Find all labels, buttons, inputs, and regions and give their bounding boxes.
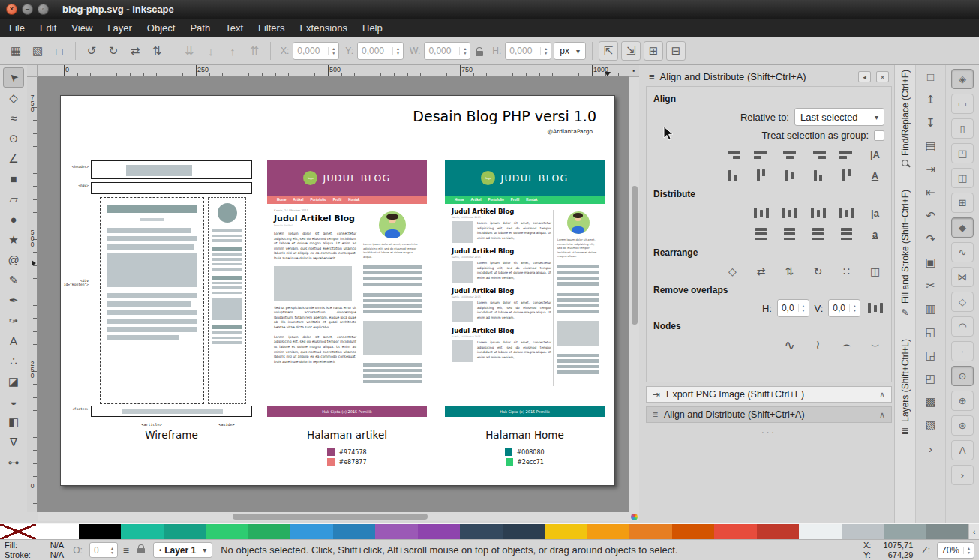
close-panel-button[interactable] [876,71,889,82]
distribute-vertical-gaps-button[interactable] [837,226,856,241]
relative-to-dropdown[interactable]: Last selected [794,108,884,126]
align-right-to-anchor-left-button[interactable] [723,147,742,162]
collapse-chevron-icon[interactable] [879,390,885,400]
menu-view-item[interactable]: View [64,19,100,37]
wireframe-article-box[interactable] [100,197,204,404]
unclump-button[interactable]: ◫ [866,264,884,279]
collapse-chevron-icon[interactable] [879,410,885,420]
gradient-tool[interactable]: ◧ [3,412,24,432]
pumpkin-swatch[interactable] [672,524,715,539]
flip-horizontal-button[interactable]: ⇄ [125,41,145,61]
undo-button[interactable]: ↶ [922,208,940,224]
home-page-caption[interactable]: Halaman Home [445,429,605,441]
distribute-left-edges-button[interactable] [752,205,770,220]
vertical-scrollbar[interactable] [629,77,639,512]
print-button[interactable]: ▤ [922,138,940,154]
menu-text-item[interactable]: Text [218,19,251,37]
node-editor-tool[interactable]: ◇ [3,88,24,108]
scrollbar-handle[interactable] [233,514,428,520]
menu-filters-item[interactable]: Filters [251,19,292,37]
calligraphy-tool[interactable]: ✑ [3,310,24,331]
align-nodes-vertical-button[interactable]: ≀ [809,337,827,352]
carrot-swatch[interactable] [629,524,672,539]
align-left-to-anchor-right-button[interactable] [837,147,856,162]
alizarin-swatch[interactable] [714,524,757,539]
vertical-ruler[interactable]: 7505002500 [27,77,38,512]
copy-button[interactable]: ▣ [922,254,940,271]
menubar[interactable]: FileEditViewLayerObjectPathTextFiltersEx… [0,19,979,37]
connector-tool[interactable]: ⊶ [3,452,24,472]
none-swatch[interactable] [0,524,36,539]
zoom-to-page-button[interactable]: ◰ [922,370,940,387]
wet-asphalt-swatch[interactable] [460,524,503,539]
affect-gradients-button[interactable]: ⊟ [666,41,686,61]
snap-smooth-nodes-button[interactable]: ◠ [951,316,974,337]
snap-bbox-edge-midpoints-button[interactable]: ◫ [951,168,974,188]
design-author[interactable]: @ArdiantaPargo [548,128,593,135]
randomize-centers-button[interactable]: ∷ [837,264,856,279]
align-top-to-anchor-bottom-button[interactable] [837,168,856,183]
snap-controls-bar[interactable]: ◈▭▯◳◫⊞◆∿⋈◇◠∙⊙⊕⊛A› [945,65,979,523]
select-all-layers-button[interactable]: ▧ [28,41,47,61]
text-tool[interactable]: A [3,331,24,351]
menu-file-item[interactable]: File [2,19,32,37]
distribute-nodes-horizontal-button[interactable]: ⌢ [837,337,856,352]
nephritis-swatch[interactable] [248,524,291,539]
tweak-tool[interactable]: ≈ [3,108,24,128]
fill-stroke-indicator[interactable]: Fill: N/A Stroke: N/A [5,541,64,560]
dropper-tool[interactable]: ∇ [3,432,24,452]
horizontal-scrollbar[interactable] [38,512,629,521]
raise-to-top-button[interactable]: ⇈ [245,41,264,61]
align-top-edges-button[interactable] [752,168,770,183]
align-bottom-to-anchor-top-button[interactable] [723,168,742,183]
tab-layers[interactable]: Layers (Shift+Ctrl+L) ≣ [900,339,911,436]
orange-swatch[interactable] [587,524,630,539]
flip-vertical-button[interactable]: ⇅ [147,41,167,61]
snap-bbox-corners-button[interactable]: ◳ [951,143,974,163]
eraser-tool[interactable]: ◪ [3,371,24,391]
distribute-horizontal-gaps-button[interactable] [837,205,856,220]
align-nodes-horizontal-button[interactable]: ∿ [780,337,799,352]
undock-panel-button[interactable] [858,71,871,82]
import-button[interactable]: ⇥ [922,161,940,178]
spiral-tool[interactable]: @ [3,250,24,270]
green-sea-swatch[interactable] [164,524,206,539]
menu-help-item[interactable]: Help [355,19,390,37]
star-tool[interactable]: ★ [3,229,24,250]
toolbox[interactable]: ➤◇≈⊙∠■▱●★@✎✒✑A∴◪◒◧∇⊶ [0,65,27,523]
emerald-swatch[interactable] [206,524,248,539]
width-field[interactable]: 0,000 [424,42,470,60]
concrete-swatch[interactable] [884,524,926,539]
deselect-button[interactable]: □ [50,41,69,61]
close-window-button[interactable] [6,4,17,15]
maximize-window-button[interactable] [38,4,49,15]
align-text-anchor-vertical-button[interactable]: A [866,168,884,183]
graph-layout-button[interactable]: ◇ [723,264,742,279]
distribute-top-edges-button[interactable] [752,226,770,241]
align-distribute-collapsed-bar[interactable]: Align and Distribute (Shift+Ctrl+A) [646,406,892,423]
distribute-bottom-edges-button[interactable] [809,226,827,241]
titlebar[interactable]: blog-php.svg - Inkscape [0,0,979,19]
snap-nodes-paths-handles-button[interactable]: ◆ [951,217,974,238]
unit-dropdown[interactable]: px [554,42,586,60]
ellipse-tool[interactable]: ● [3,209,24,229]
wireframe-mockup[interactable]: <header> <nav> <div id="konten"> <footer… [91,160,252,417]
lock-ratio-icon[interactable] [476,51,483,56]
x-field[interactable]: 0,000 [293,42,339,60]
article-page-caption[interactable]: Halaman artikel [267,429,427,441]
spray-tool[interactable]: ∴ [3,351,24,371]
measure-tool[interactable]: ∠ [3,148,24,169]
align-bottom-edges-button[interactable] [809,168,827,183]
distribute-centers-horizontally-button[interactable] [780,205,799,220]
raise-button[interactable]: ↑ [223,41,242,61]
sun-flower-swatch[interactable] [545,524,587,539]
menu-edit-item[interactable]: Edit [32,19,64,37]
selector-tool[interactable]: ➤ [3,67,24,88]
snap-object-centers-button[interactable]: ⊕ [951,391,974,411]
remove-overlaps-button[interactable] [866,301,884,316]
menu-extensions-item[interactable]: Extensions [292,19,355,37]
article-page-mockup[interactable]: logo JUDUL BLOG HomeArtikelPortofolioPro… [267,160,427,417]
center-on-vertical-axis-button[interactable] [780,147,799,162]
zoom-field[interactable]: 70% [937,542,974,559]
clouds-swatch[interactable] [799,524,842,539]
